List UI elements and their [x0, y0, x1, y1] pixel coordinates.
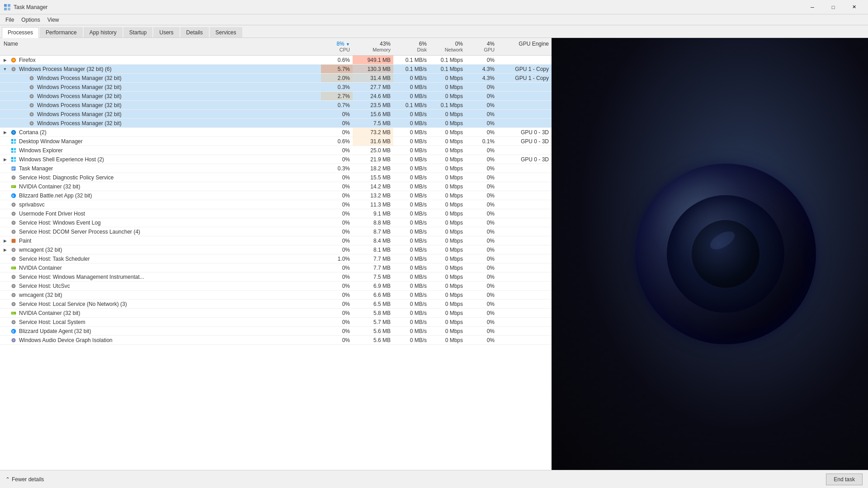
table-row[interactable]: Windows Audio Device Graph Isolation0%5.…	[0, 336, 552, 345]
gpu-usage: 0%	[466, 218, 497, 227]
col-gpu[interactable]: 4% GPU	[466, 40, 497, 53]
table-row[interactable]: ▶Paint0%8.4 MB0 MB/s0 Mbps0%	[0, 236, 552, 245]
col-gpu-engine[interactable]: GPU Engine	[497, 40, 552, 53]
table-row[interactable]: Task Manager0.3%18.2 MB0 MB/s0 Mbps0%	[0, 164, 552, 173]
table-row[interactable]: ▶Firefox0.6%949.1 MB0.1 MB/s0.1 Mbps0%	[0, 56, 552, 65]
cpu-usage: 0.3%	[321, 164, 353, 173]
cpu-usage: 0%	[321, 119, 353, 127]
gpu-usage: 0%	[466, 119, 497, 127]
table-row[interactable]: NVNVIDIA Container (32 bit)0%5.8 MB0 MB/…	[0, 309, 552, 318]
table-row[interactable]: Windows Explorer0%25.0 MB0 MB/s0 Mbps0%	[0, 146, 552, 155]
expand-button[interactable]: ▶	[2, 247, 8, 253]
gpu-engine: GPU 0 - 3D	[497, 137, 552, 145]
table-row[interactable]: Service Host: DCOM Server Process Launch…	[0, 227, 552, 236]
disk-usage: 0 MB/s	[393, 110, 429, 118]
tab-services[interactable]: Services	[210, 27, 242, 38]
main-area: Name 8% ▼ CPU 43% Memory 6% Disk 0% Netw…	[0, 38, 868, 470]
expand-button[interactable]: ▶	[2, 156, 8, 163]
table-row[interactable]: Service Host: Task Scheduler1.0%7.7 MB0 …	[0, 254, 552, 263]
close-button[interactable]: ✕	[844, 0, 864, 14]
memory-usage: 31.6 MB	[353, 137, 393, 145]
cpu-usage: 0%	[321, 182, 353, 191]
col-network[interactable]: 0% Network	[429, 40, 466, 53]
menu-options[interactable]: Options	[18, 16, 43, 24]
process-name-text: Cortana (2)	[19, 129, 47, 136]
col-cpu[interactable]: 8% ▼ CPU	[321, 40, 353, 53]
svg-point-55	[13, 258, 15, 260]
menu-file[interactable]: File	[2, 16, 18, 24]
network-usage: 0 Mbps	[429, 155, 466, 164]
memory-usage: 7.5 MB	[353, 272, 393, 281]
memory-usage: 8.7 MB	[353, 227, 393, 236]
table-row[interactable]: Windows Process Manager (32 bit)0.3%27.7…	[0, 83, 552, 92]
svg-point-59	[13, 276, 15, 278]
menu-view[interactable]: View	[44, 16, 63, 24]
svg-point-13	[31, 95, 33, 97]
gpu-usage: 0%	[466, 309, 497, 317]
svg-text:B: B	[12, 194, 14, 197]
process-name-text: Blizzard Update Agent (32 bit)	[19, 328, 91, 334]
table-row[interactable]: BBlizzard Update Agent (32 bit)0%5.6 MB0…	[0, 327, 552, 336]
expand-button[interactable]: ▶	[2, 129, 8, 136]
disk-usage: 0.1 MB/s	[393, 101, 429, 109]
gpu-engine	[497, 56, 552, 64]
col-memory[interactable]: 43% Memory	[353, 40, 393, 53]
svg-point-9	[31, 77, 33, 79]
network-usage: 0 Mbps	[429, 327, 466, 335]
disk-usage: 0 MB/s	[393, 128, 429, 136]
table-row[interactable]: ▶Windows Shell Experience Host (2)0%21.9…	[0, 155, 552, 164]
table-row[interactable]: ▶wmcagent (32 bit)0%8.1 MB0 MB/s0 Mbps0%	[0, 245, 552, 254]
process-name-text: Blizzard Battle.net App (32 bit)	[19, 192, 92, 199]
table-row[interactable]: Windows Process Manager (32 bit)2.7%24.6…	[0, 92, 552, 101]
gpu-usage: 4.3%	[466, 74, 497, 82]
table-row[interactable]: Windows Process Manager (32 bit)0%15.6 M…	[0, 110, 552, 119]
tab-processes[interactable]: Processes	[2, 27, 39, 38]
network-usage: 0 Mbps	[429, 263, 466, 272]
gear-icon	[10, 174, 17, 181]
table-row[interactable]: Windows Process Manager (32 bit)0%7.5 MB…	[0, 119, 552, 128]
svg-rect-33	[14, 160, 16, 162]
collapse-button[interactable]: ▼	[2, 66, 8, 72]
table-row[interactable]: Usermode Font Driver Host0%9.1 MB0 MB/s0…	[0, 209, 552, 218]
gpu-usage: 0%	[466, 282, 497, 290]
table-row[interactable]: Service Host: UtcSvc0%6.9 MB0 MB/s0 Mbps…	[0, 282, 552, 291]
expand-button[interactable]: ▶	[2, 238, 8, 244]
tab-app-history[interactable]: App history	[84, 27, 123, 38]
table-row[interactable]: Windows Process Manager (32 bit)2.0%31.4…	[0, 74, 552, 83]
gpu-engine	[497, 236, 552, 245]
process-name: sprivabsvc	[0, 200, 321, 209]
process-name: Service Host: Local System	[0, 318, 321, 326]
table-row[interactable]: wmcagent (32 bit)0%6.6 MB0 MB/s0 Mbps0%	[0, 291, 552, 300]
maximize-button[interactable]: □	[823, 0, 844, 14]
tab-users[interactable]: Users	[153, 27, 179, 38]
table-row[interactable]: Desktop Window Manager0.6%31.6 MB0 MB/s0…	[0, 137, 552, 146]
table-row[interactable]: Windows Process Manager (32 bit)0.7%23.5…	[0, 101, 552, 110]
table-row[interactable]: BBlizzard Battle.net App (32 bit)0%13.2 …	[0, 191, 552, 200]
table-row[interactable]: Service Host: Windows Management Instrum…	[0, 272, 552, 282]
table-row[interactable]: NVNVIDIA Container (32 bit)0%14.2 MB0 MB…	[0, 182, 552, 191]
disk-usage: 0.1 MB/s	[393, 56, 429, 64]
tab-details[interactable]: Details	[180, 27, 209, 38]
col-name[interactable]: Name	[0, 40, 321, 53]
tab-startup[interactable]: Startup	[123, 27, 153, 38]
end-task-button[interactable]: End task	[826, 474, 863, 485]
table-row[interactable]: Service Host: Local Service (No Network)…	[0, 300, 552, 309]
fewer-details-button[interactable]: ⌃ Fewer details	[5, 476, 44, 483]
table-row[interactable]: NVNVIDIA Container0%7.7 MB0 MB/s0 Mbps0%	[0, 263, 552, 272]
table-row[interactable]: ▶Cortana (2)0%73.2 MB0 MB/s0 Mbps0%GPU 0…	[0, 128, 552, 137]
table-row[interactable]: sprivabsvc0%11.3 MB0 MB/s0 Mbps0%	[0, 200, 552, 209]
table-row[interactable]: ▼Windows Process Manager (32 bit) (6)5.7…	[0, 65, 552, 74]
blizzard-icon: B	[10, 192, 17, 199]
table-row[interactable]: Service Host: Local System0%5.7 MB0 MB/s…	[0, 318, 552, 327]
gpu-engine	[497, 146, 552, 155]
expand-button[interactable]: ▶	[2, 57, 8, 63]
gpu-usage: 0%	[466, 56, 497, 64]
table-row[interactable]: Service Host: Windows Event Log0%8.8 MB0…	[0, 218, 552, 227]
minimize-button[interactable]: ─	[802, 0, 823, 14]
table-row[interactable]: Service Host: Diagnostic Policy Service0…	[0, 173, 552, 182]
tab-performance[interactable]: Performance	[40, 27, 83, 38]
col-disk[interactable]: 6% Disk	[393, 40, 429, 53]
process-name-text: Service Host: UtcSvc	[19, 283, 70, 289]
memory-usage: 8.8 MB	[353, 218, 393, 227]
gpu-usage: 0%	[466, 227, 497, 236]
